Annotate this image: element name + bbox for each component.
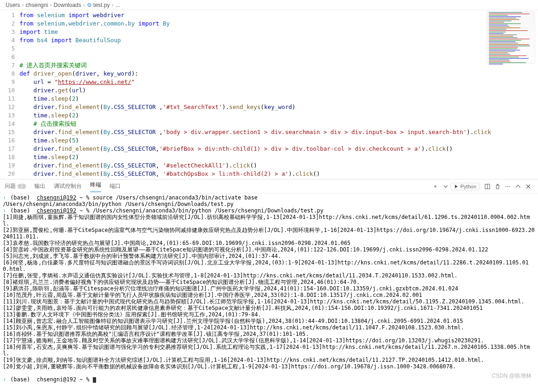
more-actions-button[interactable]: ⋯ — [503, 181, 513, 192]
close-panel-button[interactable] — [523, 181, 533, 192]
tab-debug-console[interactable]: 调试控制台 — [54, 182, 82, 190]
crumb-file[interactable]: test.py — [93, 2, 110, 8]
watermark: CSDN @陈增林 — [492, 372, 532, 380]
crumb-downloads[interactable]: Downloads — [53, 2, 81, 8]
split-terminal-button[interactable] — [482, 181, 493, 192]
bottom-panel: 问题2 输出 调试控制台 终端 端口 + Python ⋯ › (base) c… — [0, 180, 538, 392]
tab-terminal[interactable]: 终端 — [90, 181, 101, 192]
launch-profile-python[interactable]: Python — [451, 183, 480, 190]
code-area[interactable]: from selenium import webdriverfrom selen… — [19, 10, 491, 179]
line-gutter: 1234567891011121314151617181920 — [0, 10, 19, 179]
crumb-users[interactable]: Users — [6, 2, 20, 8]
panel-tabs: 问题2 输出 调试控制台 终端 端口 + Python ⋯ — [0, 180, 538, 193]
maximize-panel-button[interactable] — [513, 181, 523, 192]
crumb-more[interactable]: ... — [115, 2, 120, 8]
tab-output[interactable]: 输出 — [34, 182, 45, 190]
editor[interactable]: 1234567891011121314151617181920 from sel… — [0, 10, 538, 179]
minimap[interactable] — [486, 11, 535, 64]
tab-ports[interactable]: 端口 — [110, 182, 121, 190]
breadcrumbs: Users› chsengni› Downloads› ⚙ test.py› .… — [0, 0, 538, 10]
kill-terminal-button[interactable] — [493, 181, 503, 192]
new-terminal-button[interactable]: + — [430, 181, 441, 192]
terminal-dropdown-button[interactable] — [441, 181, 451, 192]
tab-problems[interactable]: 问题2 — [5, 182, 26, 190]
crumb-user[interactable]: chsengni — [26, 2, 48, 8]
problems-badge: 2 — [18, 184, 26, 189]
terminal-output[interactable]: › (base) chsengni@192 ~ % source /Users/… — [0, 193, 538, 392]
